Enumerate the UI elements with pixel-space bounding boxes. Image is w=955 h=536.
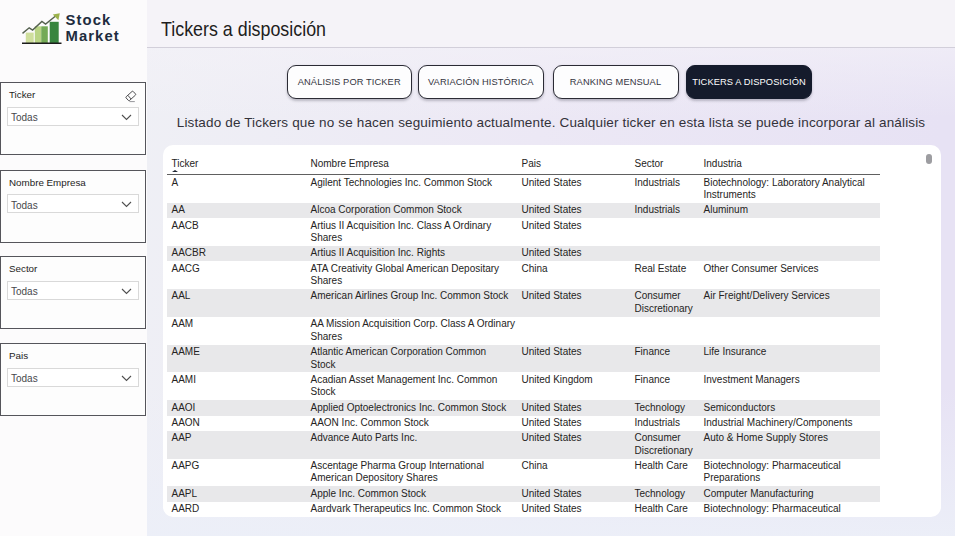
svg-text:Market: Market — [66, 28, 120, 44]
svg-text:Stock: Stock — [66, 12, 112, 28]
